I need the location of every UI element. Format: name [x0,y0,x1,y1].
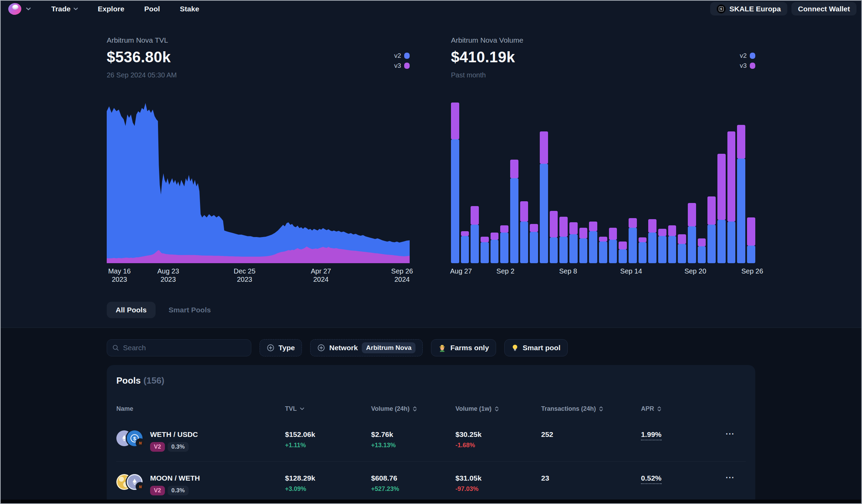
volume-bar-v3-segment [540,131,548,163]
volume-bar-v3-segment [579,228,588,238]
volume-bar [491,233,499,263]
table-row[interactable]: N MOON / WETH V2 0.3% $128.29k +3.09% [116,461,746,502]
chevron-down-icon[interactable] [26,8,31,10]
column-header-tvl[interactable]: TVL [285,405,371,412]
table-row[interactable]: $ N WETH / USDC V2 0.3% $152.06k [116,418,746,461]
nav-link-stake[interactable]: Stake [180,5,199,13]
row-menu-button[interactable]: ··· [726,429,735,438]
volume-bar-v2-segment [451,139,459,263]
legend-item-v2: v2 [740,52,755,60]
volume-bar [510,160,518,263]
pools-count: (156) [144,375,165,386]
network-filter-label: Network [329,344,358,352]
volume-bar-v2-segment [550,237,558,263]
arbitrum-nova-badge-icon: N [137,483,144,490]
network-selector-label: SKALE Europa [729,5,781,13]
legend-v3-dot [750,63,755,69]
volume-1w-change: -97.03% [455,485,541,493]
volume-bar [668,225,676,263]
volume-bar-v3-segment [520,201,528,221]
protocol-version-badge: V2 [150,442,165,452]
tvl-chart-title: Arbitrum Nova TVL [107,36,410,44]
volume-bar [629,218,637,263]
x-axis-label: Sep 8 [559,267,577,276]
x-axis-label: Dec 252023 [234,267,255,283]
network-filter-button[interactable]: Network Arbitrum Nova [310,339,423,356]
volume-24h-change: +527.23% [371,485,455,493]
volume-bar [520,201,528,263]
volume-bar [747,217,755,263]
apr-value[interactable]: 0.52% [641,474,662,484]
volume-bar-v3-segment [451,103,459,139]
volume-1w-change: -1.68% [455,442,541,449]
volume-bar-v3-segment [589,222,597,231]
x-axis-label: Sep 2 [496,267,514,276]
volume-bar [559,217,568,263]
column-header-name: Name [116,405,285,412]
column-header-transactions-24h[interactable]: Transactions (24h) [541,405,641,412]
volume-bar-v3-segment [619,242,627,249]
farms-only-label: Farms only [450,344,489,352]
row-menu-button[interactable]: ··· [726,473,735,482]
volume-bar-chart [451,100,755,263]
tvl-cell: $152.06k +1.11% [285,430,371,449]
volume-24h-cell: $2.76k +13.13% [371,430,455,449]
volume-bar-v3-segment [658,229,666,236]
column-header-apr[interactable]: APR [641,405,726,412]
column-header-volume-24h[interactable]: Volume (24h) [371,405,455,412]
network-selector-button[interactable]: S SKALE Europa [710,2,787,15]
volume-bar-v3-segment [648,219,656,233]
top-navbar: Trade Explore Pool Stake S SKALE Europa … [1,1,861,17]
chevron-down-icon [74,8,78,10]
apr-value[interactable]: 1.99% [641,430,662,440]
volume-bar [737,125,745,263]
column-header-volume-1w[interactable]: Volume (1w) [455,405,541,412]
tab-smart-pools[interactable]: Smart Pools [169,306,211,314]
volume-bar-v3-segment [569,222,578,234]
search-input[interactable] [123,344,246,352]
volume-chart-period: Past month [451,71,755,79]
volume-bar [569,222,578,263]
sushi-logo[interactable] [8,3,31,15]
volume-bar-v2-segment [619,249,627,263]
volume-bar-v3-segment [707,196,716,225]
tab-all-pools[interactable]: All Pools [107,302,156,318]
pools-title-text: Pools [116,375,141,386]
tvl-change: +3.09% [285,485,371,493]
type-filter-button[interactable]: Type [260,339,302,356]
smart-pool-filter-button[interactable]: Smart pool [504,339,568,356]
nav-link-trade-label: Trade [51,5,71,13]
volume-bar [727,131,736,263]
volume-bar [471,206,479,263]
farms-only-filter-button[interactable]: Farms only [431,339,496,356]
volume-bar-v3-segment [727,131,736,222]
volume-bar [451,103,459,263]
volume-bar-v2-segment [658,236,666,263]
nav-link-explore[interactable]: Explore [98,5,124,13]
pool-tabs: All Pools Smart Pools [107,302,755,318]
fee-tier-badge: 0.3% [168,486,189,495]
nav-link-pool[interactable]: Pool [144,5,160,13]
volume-bar-v2-segment [707,225,716,263]
volume-bar-v2-segment [510,178,518,264]
search-box[interactable] [107,339,251,356]
nav-link-trade[interactable]: Trade [51,5,78,13]
x-axis-label: Sep 20 [684,267,706,276]
pools-table-title: Pools(156) [116,375,746,386]
farmer-icon [438,344,446,352]
x-axis-label: Aug 27 [450,267,472,276]
sort-updown-icon [657,406,661,412]
volume-bar-v2-segment [579,238,588,263]
connect-wallet-button[interactable]: Connect Wallet [791,2,856,15]
legend-v3-label: v3 [740,62,747,69]
volume-bar-v2-segment [589,231,597,263]
network-filter-value-chip[interactable]: Arbitrum Nova [362,342,416,353]
volume-24h-cell: $608.76 +527.23% [371,474,455,493]
volume-chart-x-axis: Aug 27Sep 2Sep 8Sep 14Sep 20Sep 26 [451,267,755,285]
volume-1w-cell: $31.05k -97.03% [455,474,541,493]
volume-bar-v3-segment [510,160,518,178]
charts-row: Arbitrum Nova TVL $536.80k 26 Sep 2024 0… [107,36,755,285]
arbitrum-nova-badge-icon: N [137,439,144,447]
volume-bar [648,219,656,263]
volume-bar-v3-segment [737,125,745,159]
